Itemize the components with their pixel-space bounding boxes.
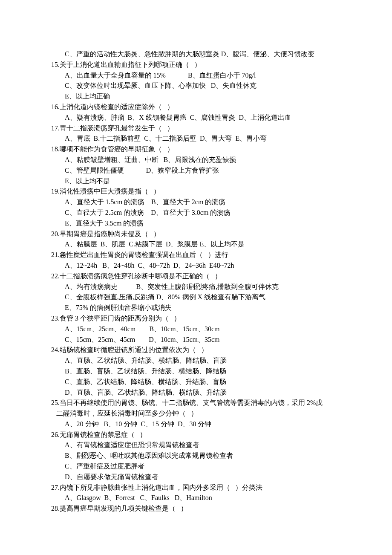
option-line: B、直肠、盲肠、乙状结肠、升结肠、横结肠、降结肠 [65,366,341,377]
option-line: C、15cm、25cm、45cm D、10cm、15cm、35cm [65,335,341,345]
option-line: A、疑有溃疡、肿瘤 B、X 线钡餐疑胃癌 C、腐蚀性胃炎 D、上消化道出血 [65,113,341,123]
option-line: C、管壁局限性僵硬 D、狭窄段上方食管扩张 [65,165,341,176]
question-line: 21.急性糜烂出血性胃炎的胃镜检查强调在出血后（ ）进行 [51,250,341,260]
question-line: 28.提高胃癌早期发现的几项关键检查是（ ） [51,503,341,514]
question-line: 27.内镜下所见非静脉曲张性上消化道出血，国内外多采用（ ）分类法 [51,483,341,493]
option-line: D、自愿要求做无痛胃镜检查者 [65,472,341,483]
option-line: E、以上均正确 [65,91,341,102]
option-line: A、12~24h B、24~48h C、48~72h D、24~36h E48~… [65,260,341,271]
question-line: 24.结肠镜检查时循腔进镜所通过的位置依次为（ ） [51,345,341,356]
option-line: C、直径大于 2.5cm 的溃疡 D、直径大于 3.0cm 的溃疡 [65,208,341,218]
question-line: 15.关于上消化道出血输血指征下列哪项正确（ ） [51,60,341,70]
option-line: C、全腹板样强直,压痛,反跳痛 D、80% 病例 X 线检查有膈下游离气 [65,292,341,303]
question-line: 25.当日不再继续使用的胃镜、肠镜、十二指肠镜、支气管镜等需要消毒的内镜，采用 … [51,398,341,408]
question-line: 22.十二指肠溃疡病急性穿孔诊断中哪项是不正确的（ ） [51,271,341,282]
question-line: 26.无痛胃镜检查的禁忌症（ ） [51,430,341,440]
option-line: C、严重的活动性大肠炎、急性脓肿期的大肠憩室炎 D、腹泻、便泌、大便习惯改变 [65,49,341,60]
option-line: A、粘膜皱壁增粗、迂曲、中断 B、局限浅在的充盈缺损 [65,155,341,165]
option-line: A、Glasgow B、Forrest C、Faulks D、Hamilton [65,493,341,503]
option-line: A、粘膜层 B、肌层 C.粘膜下层 D、浆膜层 E、以上均不是 [65,239,341,250]
option-line: A、15cm、25cm、40cm B、10cm、15cm、30cm [65,324,341,335]
option-line: C、直肠、乙状结肠、降结肠、横结肠、升结肠、盲肠 [65,377,341,387]
question-line: 16.上消化道内镜检查的适应症除外（ ） [51,102,341,113]
option-line: C、严重鼾症及过度肥胖者 [65,461,341,472]
option-line: D、直肠、盲肠、乙状结肠、降结肠、横结肠、升结肠 [65,387,341,398]
option-line: E、直径大于 3.5cm 的溃疡 [65,218,341,229]
option-line: A、出血量大于全身血容量的 15% B、血红蛋白小于 70g/l [65,70,341,81]
option-line: E、75% 的病例肝浊音界缩小或消失 [65,303,341,313]
question-line: 19.消化性溃疡中巨大溃疡是指（ ） [51,186,341,197]
option-line: B、剧烈恶心、呕吐或其他原因难以完成常规胃镜检查者 [65,451,341,461]
question-line: 17.胃十二指肠溃疡穿孔最常发生于（ ） [51,123,341,134]
option-line: A、有胃镜检查适应症但恐惧常规胃镜检查者 [65,440,341,451]
option-line: A、20 分钟 B、10 分钟 C、15 分钟 D、30 分钟 [65,419,341,430]
option-line: A、均有溃疡病史 B、突发性上腹部剧烈疼痛,播散到全腹可伴休克 [65,282,341,292]
option-line: A、直径大于 1.5cm 的溃疡 B、直径大于 2cm 的溃疡 [65,197,341,208]
question-line: 二醛消毒时，应延长消毒时间至多少分钟（ ） [51,408,341,419]
question-line: 23.食管 3 个狭窄距门齿的距离分别为（ ） [51,313,341,324]
option-line: A、直肠、乙状结肠、升结肠、横结肠、降结肠、盲肠 [65,356,341,366]
question-line: 18.哪项不能作为食管癌的早期征象（ ） [51,144,341,155]
option-line: A、胃底 B.十二指肠前壁 C、十二指肠后壁 D、胃大弯 E、胃小弯 [65,133,341,144]
option-line: C、改变体位时出现晕厥、血压下降、心率加快 D、失血性休克 [65,81,341,91]
question-line: 20.早期胃癌是指癌肿尚未侵及（ ） [51,229,341,240]
document-page: C、严重的活动性大肠炎、急性脓肿期的大肠憩室炎 D、腹泻、便泌、大便习惯改变15… [0,0,392,555]
option-line: E、以上均不是 [65,176,341,187]
